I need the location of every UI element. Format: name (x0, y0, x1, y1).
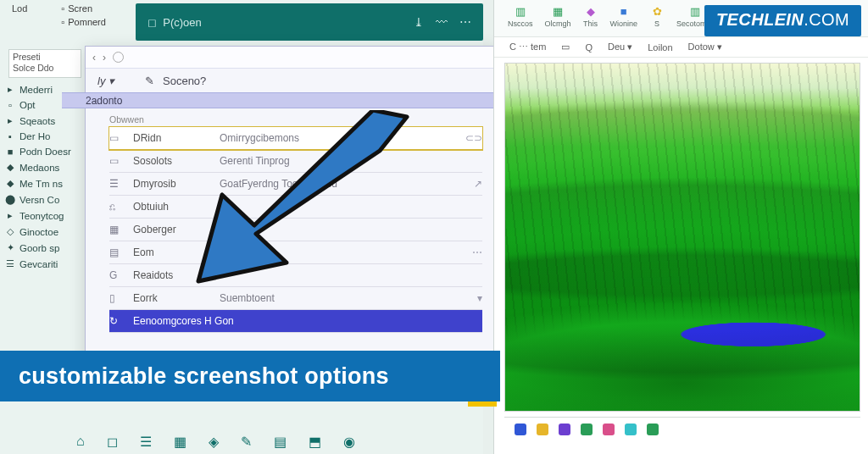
wallpaper-image (505, 64, 860, 411)
right-app-window: ▥Nsccos▦Olcmgh◆This■Wionine✿S▥Secotomto▤… (493, 0, 868, 454)
ribbon-icon: ■ (616, 3, 632, 19)
ribbon-icon: ◆ (583, 3, 598, 19)
row-icon: G (109, 269, 123, 281)
menu-row[interactable]: ⎌ Obtuiuh (109, 196, 482, 219)
tree-label: Podn Doesr (19, 147, 71, 157)
ribbon-label: This (583, 19, 598, 28)
ribbon-group[interactable]: ▥Nsccos (508, 3, 533, 28)
taskbar-icon[interactable] (559, 424, 570, 435)
taskbar-icon[interactable] (581, 424, 593, 435)
row-trailing-icon: ⊂⊃ (465, 132, 482, 144)
ribbon-label: Nsccos (508, 19, 533, 28)
tree-icon: ◇ (5, 226, 15, 237)
popup-selected-row[interactable]: ↻ Eenoomgcores H Gon (109, 310, 482, 333)
bottom-icon[interactable]: ✎ (241, 434, 252, 450)
row-icon: ▭ (109, 155, 123, 167)
bottom-icon[interactable]: ⬒ (309, 434, 321, 450)
ribbon-icon: ▦ (550, 3, 565, 19)
ribbon-label: S (654, 19, 659, 28)
tree-icon: ☰ (5, 258, 15, 269)
bottom-icon[interactable]: ◉ (343, 434, 355, 450)
popup-dropdown[interactable]: ly ▾ (97, 75, 114, 87)
caption-banner: customizable screenshot options (0, 351, 500, 401)
menu-row[interactable]: ☰ Dmyrosib GoatFyerdng Toone Tored ↗ (109, 173, 482, 196)
taskbar-icon[interactable] (625, 424, 637, 435)
taskbar-icon[interactable] (537, 424, 548, 435)
teal-action-1[interactable]: ⤓ (414, 15, 424, 29)
row-value: Omirrygcibemons (220, 132, 455, 144)
popup-addr-icon (113, 52, 124, 63)
right-tabs: C ⋯ tem▭QDeu ▾LoilonDotow ▾ (494, 37, 868, 58)
tab[interactable]: Loilon (648, 42, 672, 53)
popup-back-button[interactable]: ‹ (92, 52, 96, 64)
menu-row[interactable]: G Reaidots (109, 264, 482, 287)
row-trailing-icon: ↗ (474, 178, 482, 190)
tree-label: Opt (19, 100, 36, 110)
teal-action-2[interactable]: 〰 (436, 15, 448, 29)
menu-row[interactable]: ▭ DRidn Omirrygcibemons ⊂⊃ (109, 127, 482, 150)
bottom-icon[interactable]: ◈ (209, 434, 219, 450)
row-value: Suembtoent (220, 292, 467, 304)
tab[interactable]: Deu ▾ (608, 42, 632, 53)
row-key: DRidn (133, 132, 209, 144)
ribbon-icon: ▥ (687, 3, 703, 19)
tree-icon: ◆ (5, 178, 15, 189)
row-value: Gerenti Tinprog (220, 155, 472, 167)
ribbon-group[interactable]: ◆This (583, 3, 598, 28)
tree-label: Mederri (19, 85, 53, 95)
tab[interactable]: Dotow ▾ (688, 42, 722, 53)
row-key: Dmyrosib (133, 178, 209, 190)
bottom-icon[interactable]: ▦ (174, 434, 186, 450)
bottom-icon[interactable]: ⌂ (76, 434, 85, 449)
tree-icon: ▸ (5, 210, 15, 221)
watermark-badge: TECHLEIN.COM (704, 5, 861, 36)
tab[interactable]: ▭ (561, 42, 570, 53)
ribbon-group[interactable]: ■Wionine (610, 3, 638, 28)
menu-row[interactable]: ▦ Goberger (109, 219, 482, 241)
tab[interactable]: Q (585, 42, 593, 53)
ribbon-group[interactable]: ▦Olcmgh (545, 3, 571, 28)
menu-row[interactable]: ▤ Eom ⋯ (109, 241, 482, 264)
tree-label: Ginoctoe (19, 227, 58, 237)
row-key: Goberger (133, 224, 209, 235)
tree-label: Der Ho (19, 131, 50, 141)
tree-label: Sqeaots (19, 116, 55, 126)
popup-category-label: Obwwen (109, 112, 482, 127)
row-trailing-icon: ⋯ (472, 246, 482, 258)
caption-text: customizable screenshot options (19, 363, 389, 390)
row-icon: ▦ (109, 224, 123, 235)
tree-label: Medaons (19, 163, 59, 173)
bottom-icon[interactable]: ☰ (140, 434, 152, 450)
row-key: Obtuiuh (133, 201, 209, 213)
row-icon: ▯ (109, 292, 123, 304)
taskbar-icon[interactable] (603, 424, 615, 435)
row-icon: ▤ (109, 246, 123, 258)
tree-label: Me Tm ns (19, 179, 63, 189)
tab[interactable]: C ⋯ tem (509, 42, 546, 53)
bottom-icon[interactable]: ◻ (107, 434, 118, 450)
row-key: Eorrk (133, 292, 209, 304)
row-key: Eom (133, 246, 209, 258)
tree-icon: ▫ (5, 100, 15, 110)
menu-row[interactable]: ▭ Sosolots Gerenti Tinprog (109, 150, 482, 173)
tree-label: Goorb sp (19, 243, 59, 253)
popup-fwd-button[interactable]: › (103, 52, 106, 64)
ribbon-group[interactable]: ✿S (649, 3, 665, 28)
ribbon-label: Wionine (610, 19, 638, 28)
tree-icon: ▪ (5, 131, 15, 141)
popup-chrome: ‹ › (86, 47, 496, 69)
teal-glyph-icon: ◻ (147, 16, 157, 29)
rib-c2a: ▫ Scren (61, 3, 106, 14)
taskbar-icon[interactable] (647, 424, 659, 435)
tree-icon: ⬤ (5, 194, 15, 205)
teal-action-3[interactable]: ⋯ (459, 15, 471, 29)
popup-pencil-icon: ✎ (145, 75, 154, 87)
menu-row[interactable]: ▯ Eorrk Suembtoent ▾ (109, 287, 482, 310)
row-key: Reaidots (133, 269, 209, 281)
popup-title: Soceno? (163, 75, 206, 87)
popup-subbar: ly ▾ ✎ Soceno? (86, 69, 496, 92)
popup-section-header: 2adonto (62, 92, 509, 108)
bottom-icon[interactable]: ▤ (274, 434, 287, 450)
row-icon: ☰ (109, 178, 123, 190)
taskbar-icon[interactable] (515, 424, 526, 435)
